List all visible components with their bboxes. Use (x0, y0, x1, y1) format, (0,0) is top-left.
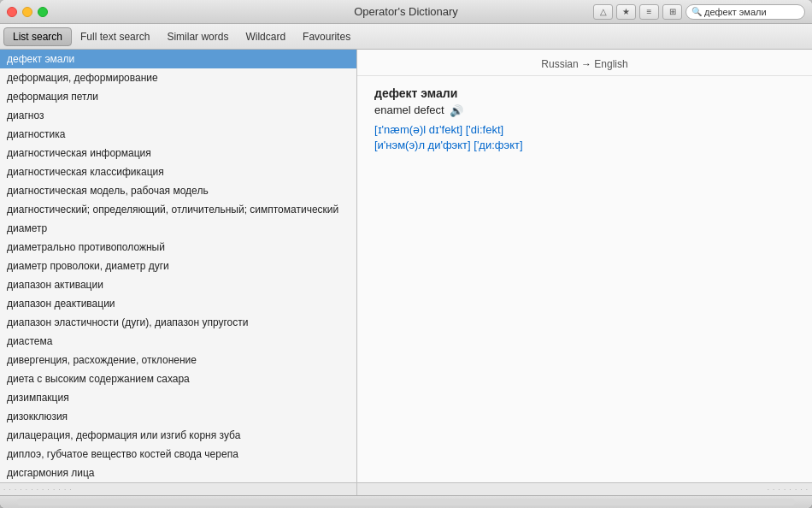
tab-full-text[interactable]: Full text search (72, 27, 158, 46)
phonetic-russian: [и'нэм(э)л ди'фэкт] ['ди:фэкт] (374, 139, 795, 151)
word-list-item[interactable]: диета с высоким содержанием сахара (0, 369, 356, 388)
tab-list-search-label: List search (13, 31, 62, 43)
definition-header: Russian → English (357, 50, 812, 76)
back-icon: △ (600, 7, 607, 16)
lang-from: Russian (541, 58, 578, 70)
bottom-bar (0, 495, 812, 508)
word-list-item[interactable]: дивергенция, расхождение, отклонение (0, 351, 356, 369)
word-list-item[interactable]: диагностический; определяющий, отличител… (0, 200, 356, 219)
word-list[interactable]: дефект эмалидеформация, деформированиеде… (0, 50, 356, 482)
word-list-item[interactable]: диагноз (0, 106, 356, 125)
minimize-button[interactable] (22, 7, 32, 17)
back-nav-button[interactable]: △ (593, 4, 613, 20)
word-list-item[interactable]: диаметр проволоки, диаметр дуги (0, 257, 356, 275)
word-list-item[interactable]: диагностическая модель, рабочая модель (0, 181, 356, 200)
word-list-item[interactable]: диаметрально противоположный (0, 238, 356, 257)
list-scrollbar-bottom[interactable]: · · · · · · · · · · · · · (0, 482, 356, 495)
scroll-indicator: · · · · · · · · · · · · · (3, 486, 73, 493)
word-list-item[interactable]: диагностика (0, 125, 356, 144)
definition-translation: enamel defect 🔊 (374, 103, 795, 116)
titlebar-controls: △ ★ ≡ ⊞ 🔍 (593, 4, 805, 20)
lang-to: English (594, 58, 627, 70)
word-list-item[interactable]: дефект эмали (0, 50, 356, 68)
tab-full-text-label: Full text search (80, 31, 150, 43)
word-list-item[interactable]: диплоэ, губчатое вещество костей свода ч… (0, 445, 356, 464)
def-scroll-indicator: · · · · · · · · (768, 486, 809, 493)
sound-button[interactable]: 🔊 (450, 104, 463, 116)
extra-button[interactable]: ⊞ (662, 4, 682, 20)
word-list-item[interactable]: диапазон эластичности (дуги), диапазон у… (0, 313, 356, 332)
toolbar: List search Full text search Similar wor… (0, 24, 812, 50)
word-list-item[interactable]: диагностическая классификация (0, 162, 356, 181)
tab-favourites-label: Favourites (303, 31, 350, 43)
word-list-item[interactable]: деформация, деформирование (0, 68, 356, 87)
definition-content: дефект эмали enamel defect 🔊 [ɪ'næm(ə)l … (357, 76, 812, 482)
word-list-item[interactable]: деформация петли (0, 87, 356, 106)
tab-wildcard-label: Wildcard (245, 31, 285, 43)
window-title: Operator's Dictionary (354, 5, 458, 18)
definition-panel: Russian → English дефект эмали enamel de… (357, 50, 812, 495)
extra-icon: ⊞ (669, 7, 676, 16)
tab-list-search[interactable]: List search (3, 27, 72, 46)
star-icon: ★ (622, 7, 630, 16)
app-window: Operator's Dictionary △ ★ ≡ ⊞ 🔍 List sea… (0, 0, 812, 508)
horizontal-scrollbar[interactable] (17, 499, 795, 505)
word-list-item[interactable]: диапазон деактивации (0, 294, 356, 313)
word-list-item[interactable]: дисгармония лица (0, 464, 356, 482)
word-list-item[interactable]: дизокклюзия (0, 407, 356, 426)
tab-similar-label: Similar words (167, 31, 228, 43)
search-icon: 🔍 (691, 7, 702, 16)
word-list-item[interactable]: диагностическая информация (0, 144, 356, 162)
word-list-item[interactable]: дизимпакция (0, 388, 356, 407)
close-button[interactable] (7, 7, 17, 17)
phonetic-english: [ɪ'næm(ə)l dɪ'fekt] ['di:fekt] (374, 123, 795, 136)
bookmark-button[interactable]: ★ (616, 4, 636, 20)
definition-scrollbar-bottom[interactable]: · · · · · · · · (357, 482, 812, 495)
main-content: дефект эмалидеформация, деформированиеде… (0, 50, 812, 495)
definition-word: дефект эмали (374, 86, 795, 100)
word-list-item[interactable]: дилацерация, деформация или изгиб корня … (0, 426, 356, 445)
list-icon: ≡ (647, 7, 652, 16)
search-box[interactable]: 🔍 (685, 4, 805, 20)
tab-similar[interactable]: Similar words (158, 27, 237, 46)
list-button[interactable]: ≡ (639, 4, 659, 20)
maximize-button[interactable] (38, 7, 48, 17)
word-list-panel: дефект эмалидеформация, деформированиеде… (0, 50, 357, 495)
lang-arrow: → (581, 58, 591, 70)
titlebar: Operator's Dictionary △ ★ ≡ ⊞ 🔍 (0, 0, 812, 24)
search-input[interactable] (704, 7, 798, 17)
word-list-item[interactable]: диаметр (0, 219, 356, 238)
translation-text: enamel defect (374, 103, 444, 116)
tab-favourites[interactable]: Favourites (294, 27, 359, 46)
word-list-item[interactable]: диапазон активации (0, 275, 356, 294)
word-list-item[interactable]: диастема (0, 332, 356, 351)
tab-wildcard[interactable]: Wildcard (237, 27, 294, 46)
traffic-lights (7, 7, 48, 17)
